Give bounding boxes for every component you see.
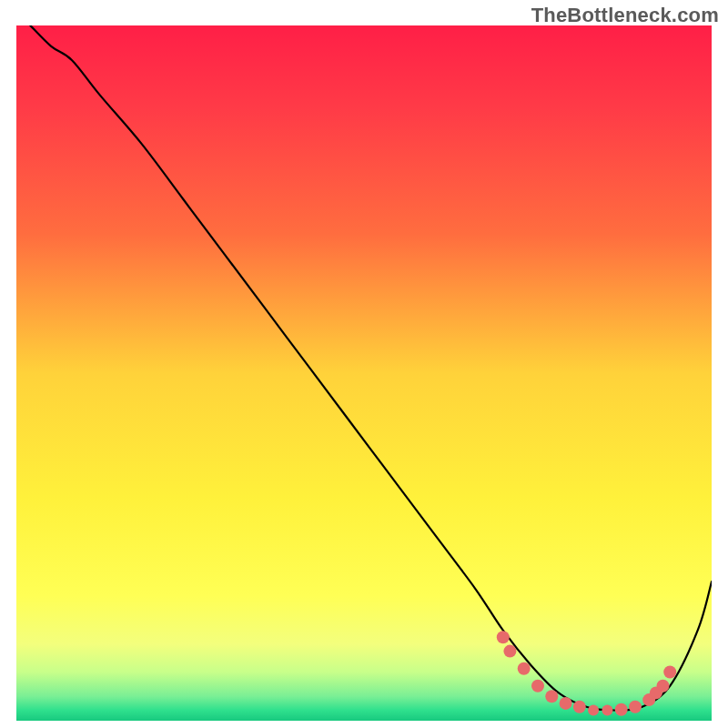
highlight-dot	[531, 680, 544, 693]
highlight-dot	[518, 662, 531, 675]
highlight-dot	[503, 645, 516, 658]
highlight-dot	[588, 705, 599, 716]
highlight-dot	[497, 631, 510, 643]
highlight-dot	[545, 690, 558, 703]
chart-container: TheBottleneck.com	[0, 0, 728, 728]
highlight-dot	[602, 705, 612, 716]
gradient-background	[16, 25, 712, 721]
plot-area	[16, 25, 712, 721]
highlight-dot	[560, 697, 572, 710]
highlight-dot	[615, 703, 628, 716]
highlight-dot	[573, 701, 586, 713]
watermark-text: TheBottleneck.com	[531, 4, 719, 27]
chart-svg	[16, 25, 712, 721]
highlight-dot	[663, 666, 676, 679]
highlight-dot	[657, 680, 670, 693]
highlight-dot	[629, 701, 642, 713]
